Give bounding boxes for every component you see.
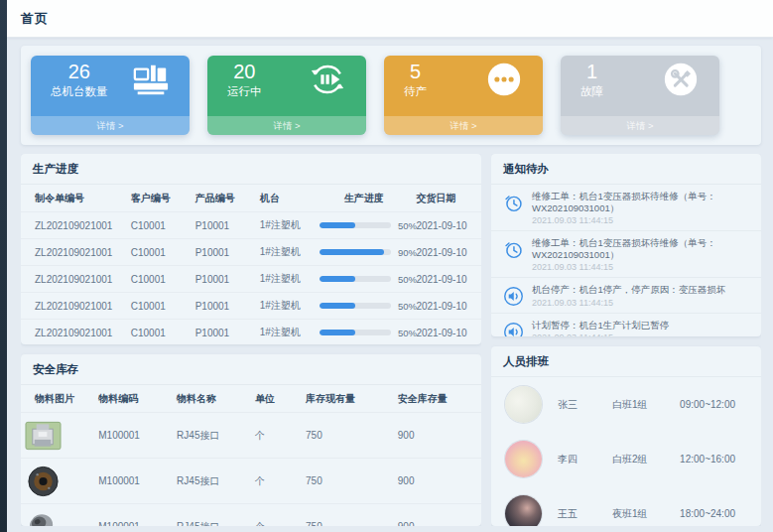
notification-item[interactable]: 维修工单：机台1变压器损坏待维修（单号：WX202109031001） 2021… [491,185,761,231]
customer-no-cell: C10001 [127,239,192,266]
stat-value: 26 [51,60,108,83]
order-no-cell: ZL202109021001 [21,320,127,345]
avatar [505,495,542,526]
col-header-progress: 生产进度 [316,185,412,212]
notification-item[interactable]: 计划暂停：机台1生产计划已暂停 2021.09.03 11:44:15 [491,314,761,337]
progress-bar-track [320,249,391,255]
production-header-row: 制令单编号 客户编号 产品编号 机台 生产进度 交货日期 [21,185,481,212]
notifications-panel: 通知待办 维修工单：机台1变压器损坏待维修（单号：WX202109031001） [491,154,761,336]
panel-title-inventory: 安全库存 [21,354,481,385]
order-no-cell: ZL202109021001 [21,266,127,293]
schedule-row: 李四 白班2组 12:00~16:00 [491,432,761,486]
safety-stock-cell: 900 [394,459,481,504]
production-row: ZL202109021001 C10001 P10001 1#注塑机 50% [21,212,481,239]
order-no-cell: ZL202109021001 [21,239,127,266]
progress-cell: 50% [316,293,412,320]
product-no-cell: P10001 [192,293,256,320]
col-header-product-no: 产品编号 [192,185,256,212]
shift-label: 白班1组 [612,398,680,412]
inventory-row: M100001 RJ45接口 个 750 900 [21,459,481,504]
notification-content: 机台停产：机台1停产，停产原因：变压器损坏 2021.09.03 11:44:1… [532,284,725,308]
notification-text: 机台停产：机台1停产，停产原因：变压器损坏 [532,284,725,296]
stat-card-total-machines[interactable]: 26 总机台数量 详情 > [31,56,190,135]
material-image-cell [21,413,94,459]
machine-cell: 1#注塑机 [256,212,316,239]
clock-icon [503,193,524,213]
delivery-date-cell: 2021-09-10 [412,266,481,293]
shift-time: 09:00~12:00 [680,399,747,410]
material-code-cell: M100001 [94,413,173,459]
col-header-current-stock: 库存现有量 [302,385,394,413]
stat-texts: 26 总机台数量 [51,60,108,99]
stat-detail-link[interactable]: 详情 > [31,116,190,135]
notification-content: 维修工单：机台1变压器损坏待维修（单号：WX202109031001） 2021… [532,191,749,225]
unit-cell: 个 [251,413,302,459]
stat-value: 5 [404,60,427,83]
notification-item[interactable]: 维修工单：机台1变压器损坏待维修（单号：WX202109031001） 2021… [491,231,761,278]
stat-label: 待产 [404,84,427,99]
stat-texts: 20 运行中 [227,60,262,99]
notification-text: 计划暂停：机台1生产计划已暂停 [532,320,669,332]
progress-bar-fill [320,249,384,255]
safety-stock-cell: 900 [394,504,481,527]
order-no-cell: ZL202109021001 [21,212,127,239]
inventory-row: M100001 RJ45接口 个 750 900 [21,504,481,527]
current-stock-cell: 750 [302,413,394,459]
inventory-row: M100001 RJ45接口 个 750 900 [21,413,481,459]
notification-content: 计划暂停：机台1生产计划已暂停 2021.09.03 11:44:15 [532,320,669,337]
avatar [505,441,542,477]
stat-value: 20 [227,60,262,83]
stat-detail-link[interactable]: 详情 > [561,116,719,135]
stat-label: 运行中 [227,84,262,99]
inventory-table: 物料图片 物料编码 物料名称 单位 库存现有量 安全库存量 [21,385,481,526]
material-image-cell [21,459,94,504]
notification-time: 2021.09.03 11:44:15 [532,332,669,336]
progress-percent-label: 50% [398,274,417,285]
stat-card-running[interactable]: 20 运行中 [207,56,366,135]
stat-card-waiting[interactable]: 5 待产 详情 > [384,56,543,135]
product-no-cell: P10001 [192,239,256,266]
col-header-order-no: 制令单编号 [21,185,127,212]
stat-detail-link[interactable]: 详情 > [207,116,366,135]
notification-text: 维修工单：机台1变压器损坏待维修（单号：WX202109031001） [532,191,749,213]
machine-cell: 1#注塑机 [256,239,316,266]
customer-no-cell: C10001 [127,293,192,320]
current-stock-cell: 750 [302,504,394,527]
panel-title-notifications: 通知待办 [491,154,761,185]
stat-card-body: 20 运行中 [207,56,366,116]
production-row: ZL202109021001 C10001 P10001 1#注塑机 50% [21,293,481,320]
person-name: 李四 [558,453,612,466]
stat-texts: 1 故障 [580,60,603,99]
shift-label: 白班2组 [612,453,680,466]
col-header-safety-stock: 安全库存量 [394,385,481,413]
progress-bar-track [320,303,391,309]
machine-cell: 1#注塑机 [256,266,316,293]
material-image-cell [21,504,94,527]
progress-bar-track [320,330,391,335]
notification-item[interactable]: 机台停产：机台1停产，停产原因：变压器损坏 2021.09.03 11:44:1… [491,278,761,314]
cone-speaker-image [25,511,62,526]
round-speaker-image [25,466,62,497]
progress-cell: 90% [316,239,412,266]
stats-panel: 26 总机台数量 详情 > [21,46,761,145]
delivery-date-cell: 2021-09-10 [412,320,481,345]
col-header-material-code: 物料编码 [94,385,173,413]
delivery-date-cell: 2021-09-10 [412,293,481,320]
waiting-ellipsis-icon [485,61,523,98]
rj45-connector-image [25,420,62,452]
progress-bar-fill [320,330,355,335]
panel-title-schedule: 人员排班 [491,346,761,377]
material-name-cell: RJ45接口 [173,459,251,504]
stat-card-fault[interactable]: 1 故障 [561,56,719,135]
progress-bar-fill [320,276,355,282]
notification-text: 维修工单：机台1变压器损坏待维修（单号：WX202109031001） [532,237,749,260]
progress-percent-label: 50% [398,328,417,338]
progress-percent-label: 90% [398,247,417,258]
shift-time: 18:00~24:00 [680,508,747,519]
progress-bar-track [320,276,391,282]
left-column: 生产进度 制令单编号 客户编号 产品编号 机台 生 [21,154,481,526]
product-no-cell: P10001 [192,320,256,345]
production-row: ZL202109021001 C10001 P10001 1#注塑机 50% [21,320,481,345]
stat-detail-link[interactable]: 详情 > [384,116,543,135]
breadcrumb-bar: 首页 [7,0,773,38]
